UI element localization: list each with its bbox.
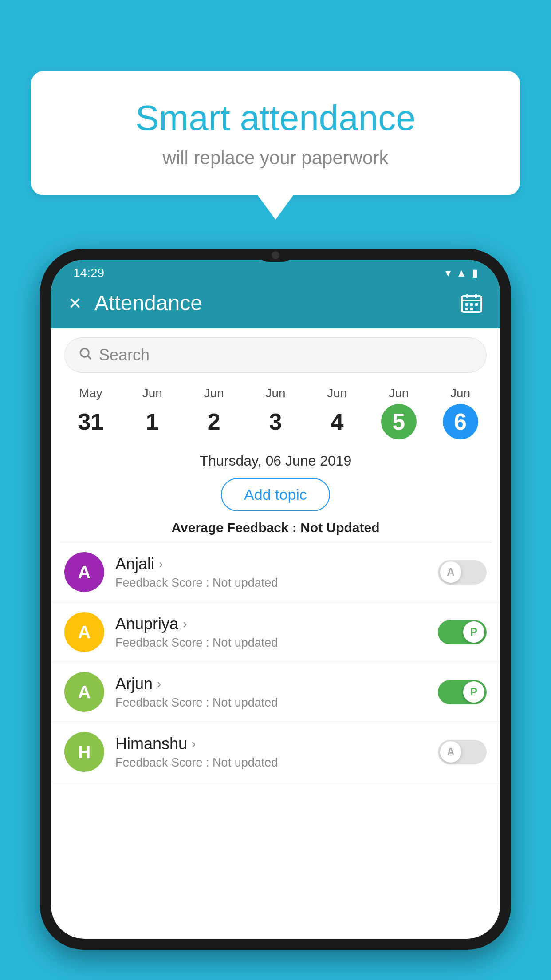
student-info-arjun: Arjun › Feedback Score : Not updated (115, 675, 427, 710)
toggle-knob-himanshu: A (440, 741, 461, 763)
chevron-right-icon: › (159, 557, 163, 571)
search-placeholder: Search (99, 346, 150, 364)
date-item-2[interactable]: Jun 2 (183, 386, 245, 439)
svg-rect-6 (475, 303, 478, 306)
avatar-arjun: A (64, 672, 104, 712)
phone-frame: 14:29 ▾ ▲ ▮ × Attendance (40, 249, 511, 950)
svg-rect-5 (470, 303, 473, 306)
chevron-right-icon: › (192, 737, 196, 751)
student-item-anjali[interactable]: A Anjali › Feedback Score : Not updated … (51, 542, 500, 602)
bubble-title: Smart attendance (67, 98, 484, 138)
status-time: 14:29 (73, 266, 104, 280)
date-item-3[interactable]: Jun 3 (245, 386, 307, 439)
avatar-anupriya: A (64, 612, 104, 652)
calendar-icon-button[interactable] (461, 293, 482, 317)
selected-date-label: Thursday, 06 June 2019 (51, 444, 500, 476)
svg-rect-4 (465, 303, 468, 306)
date-item-1[interactable]: Jun 1 (122, 386, 183, 439)
chevron-right-icon: › (183, 617, 187, 631)
bubble-subtitle: will replace your paperwork (67, 147, 484, 169)
date-item-0[interactable]: May 31 (60, 386, 122, 439)
status-icons: ▾ ▲ ▮ (445, 267, 478, 279)
feedback-anupriya: Feedback Score : Not updated (115, 636, 427, 650)
feedback-anjali: Feedback Score : Not updated (115, 576, 427, 590)
student-list: A Anjali › Feedback Score : Not updated … (51, 542, 500, 782)
search-icon (78, 346, 92, 364)
date-item-6[interactable]: Jun 6 (429, 386, 491, 439)
toggle-anupriya[interactable]: P (438, 620, 487, 644)
chevron-right-icon: › (157, 677, 161, 691)
toggle-knob-arjun: P (463, 681, 484, 703)
phone-container: 14:29 ▾ ▲ ▮ × Attendance (40, 249, 511, 980)
header-left: × Attendance (69, 291, 202, 317)
svg-line-10 (88, 356, 91, 359)
toggle-knob-anjali: A (440, 561, 461, 583)
signal-icon: ▲ (456, 267, 467, 279)
phone-screen: 14:29 ▾ ▲ ▮ × Attendance (51, 260, 500, 939)
student-info-anupriya: Anupriya › Feedback Score : Not updated (115, 615, 427, 650)
student-name-himanshu: Himanshu (115, 735, 187, 753)
date-item-5[interactable]: Jun 5 (368, 386, 429, 439)
toggle-himanshu[interactable]: A (438, 740, 487, 764)
speech-bubble-arrow (258, 195, 293, 220)
feedback-himanshu: Feedback Score : Not updated (115, 756, 427, 770)
avatar-himanshu: H (64, 732, 104, 772)
camera-dot (272, 251, 279, 259)
speech-bubble-container: Smart attendance will replace your paper… (31, 71, 520, 220)
toggle-knob-anupriya: P (463, 621, 484, 643)
feedback-arjun: Feedback Score : Not updated (115, 696, 427, 710)
avatar-anjali: A (64, 552, 104, 592)
svg-rect-7 (465, 308, 468, 310)
search-bar[interactable]: Search (64, 337, 487, 373)
add-topic-button[interactable]: Add topic (221, 478, 330, 511)
date-item-4[interactable]: Jun 4 (306, 386, 368, 439)
student-name-arjun: Arjun (115, 675, 153, 693)
header-title: Attendance (94, 291, 202, 315)
battery-icon: ▮ (472, 267, 478, 279)
status-bar: 14:29 ▾ ▲ ▮ (51, 260, 500, 286)
svg-rect-8 (470, 308, 473, 310)
student-item-anupriya[interactable]: A Anupriya › Feedback Score : Not update… (51, 602, 500, 662)
toggle-arjun[interactable]: P (438, 680, 487, 704)
wifi-icon: ▾ (445, 267, 451, 279)
average-feedback: Average Feedback : Not Updated (51, 520, 500, 535)
speech-bubble: Smart attendance will replace your paper… (31, 71, 520, 195)
student-info-anjali: Anjali › Feedback Score : Not updated (115, 555, 427, 590)
student-name-anjali: Anjali (115, 555, 154, 573)
student-item-himanshu[interactable]: H Himanshu › Feedback Score : Not update… (51, 722, 500, 782)
student-info-himanshu: Himanshu › Feedback Score : Not updated (115, 735, 427, 770)
app-header: 14:29 ▾ ▲ ▮ × Attendance (51, 260, 500, 328)
student-item-arjun[interactable]: A Arjun › Feedback Score : Not updated P (51, 662, 500, 722)
close-button[interactable]: × (69, 292, 81, 314)
student-name-anupriya: Anupriya (115, 615, 178, 633)
date-picker: May 31 Jun 1 Jun 2 Jun 3 Jun 4 (51, 382, 500, 444)
toggle-anjali[interactable]: A (438, 560, 487, 585)
